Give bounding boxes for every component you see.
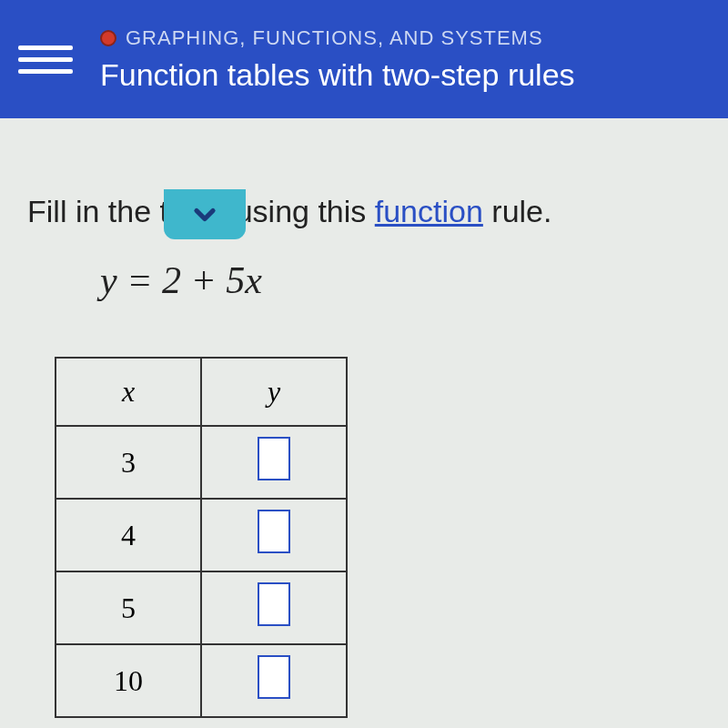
menu-icon[interactable] (18, 36, 73, 82)
status-dot-icon (100, 30, 116, 46)
table-row: 4 (56, 499, 347, 571)
answer-input[interactable] (258, 510, 290, 553)
x-cell: 5 (56, 571, 201, 644)
table-row: 10 (56, 644, 347, 717)
x-cell: 4 (56, 499, 201, 571)
breadcrumb-label: GRAPHING, FUNCTIONS, AND SYSTEMS (126, 26, 543, 50)
page-title: Function tables with two-step rules (100, 57, 710, 93)
answer-input[interactable] (258, 582, 290, 626)
breadcrumb: GRAPHING, FUNCTIONS, AND SYSTEMS (100, 26, 710, 50)
y-cell (201, 426, 347, 499)
instruction-suffix: rule. (483, 194, 552, 228)
table-header-y: y (201, 358, 347, 426)
answer-input[interactable] (258, 655, 290, 699)
y-cell (201, 499, 347, 571)
table-row: 5 (56, 571, 347, 644)
instruction-text: Fill in the table using this function ru… (27, 191, 701, 231)
function-link[interactable]: function (375, 194, 483, 228)
y-cell (201, 644, 347, 717)
y-cell (201, 571, 347, 644)
page-header: GRAPHING, FUNCTIONS, AND SYSTEMS Functio… (0, 0, 728, 118)
content-area: Fill in the table using this function ru… (0, 191, 728, 718)
header-text-block: GRAPHING, FUNCTIONS, AND SYSTEMS Functio… (100, 26, 710, 93)
x-cell: 10 (56, 644, 201, 717)
table-row: 3 (56, 426, 347, 499)
equation: y = 2 + 5x (100, 258, 701, 302)
function-table: x y 3 4 5 10 (55, 357, 348, 718)
chevron-down-icon (188, 198, 221, 231)
answer-input[interactable] (258, 437, 290, 480)
expand-tab[interactable] (164, 189, 246, 239)
x-cell: 3 (56, 426, 201, 499)
table-header-x: x (56, 358, 201, 426)
